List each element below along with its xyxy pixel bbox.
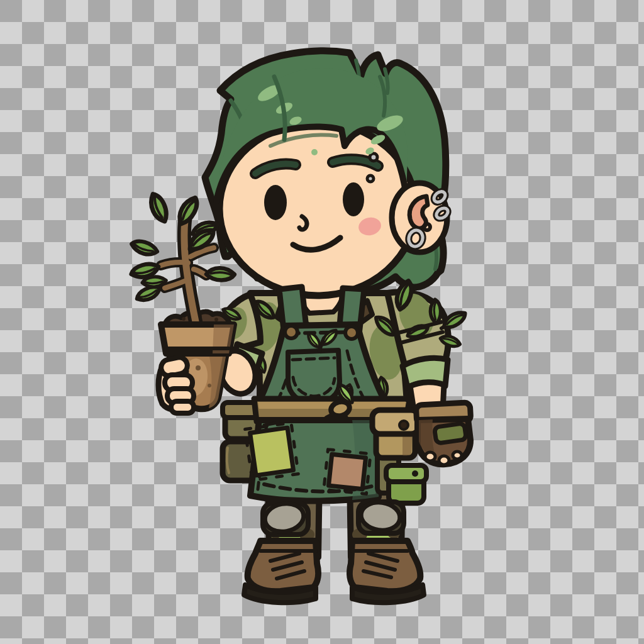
combat-boot-left	[244, 541, 318, 602]
hair-shine	[311, 149, 318, 155]
tan-belt-pouch	[372, 410, 419, 458]
pot-speck	[208, 384, 211, 387]
eye-right	[343, 182, 364, 216]
eyebrow-piercing-bottom	[367, 175, 374, 182]
glove-strap	[434, 423, 466, 443]
apron-rivet-right	[345, 326, 358, 339]
pouch-button	[412, 470, 418, 477]
soil-speck	[182, 317, 186, 321]
patch-brown	[324, 450, 370, 494]
sapling-leaf	[174, 196, 203, 226]
soil-speck	[214, 318, 218, 321]
knuckle	[439, 456, 449, 465]
sapling-leaf	[206, 265, 235, 284]
knuckle	[453, 452, 462, 459]
gripping-hand	[158, 356, 194, 413]
pocket-stitch	[292, 358, 335, 360]
character-illustration: Chibi cartoon gardener character with gr…	[0, 0, 644, 644]
chest-pocket	[288, 350, 340, 403]
apron-skirt	[245, 420, 381, 501]
sapling-leaf	[130, 236, 158, 260]
pouch-button	[399, 421, 408, 430]
transparency-checkerboard: Chibi cartoon gardener character with gr…	[0, 0, 644, 644]
pot-speck	[196, 365, 201, 370]
sapling-leaf	[150, 192, 168, 223]
combat-boot-right	[350, 541, 424, 602]
fingerless-glove	[416, 402, 470, 465]
knuckle	[425, 452, 435, 461]
apron-rivet-left	[285, 326, 297, 338]
eye-left	[264, 185, 287, 220]
green-belt-pouch	[386, 465, 426, 503]
finger	[171, 401, 194, 413]
knee-pads	[263, 500, 404, 535]
eyebrow-piercing-top	[370, 153, 377, 161]
